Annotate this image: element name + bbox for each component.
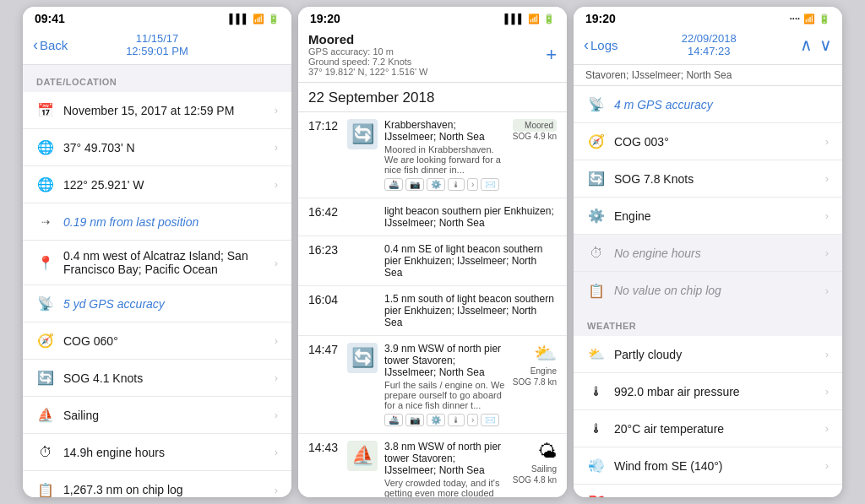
nav-bar-1: ‹ Back 11/15/17 12:59:01 PM bbox=[23, 29, 291, 65]
list-item[interactable]: ⏱ 14.9h engine hours › bbox=[23, 434, 291, 471]
log-entry[interactable]: 17:12 🔄 Krabbershaven; IJsselmeer; North… bbox=[298, 112, 567, 198]
log-tag: 🚢 bbox=[384, 178, 403, 191]
status-bar-3: 19:20 ···· 📶 🔋 bbox=[574, 7, 842, 29]
log-entry[interactable]: 16:04 1.5 nm south of light beacon south… bbox=[298, 286, 567, 336]
screen3-main-list: 📡 4 m GPS accuracy 🧭 COG 003° › 🔄 SOG 7.… bbox=[574, 86, 842, 309]
chevron-right-icon: › bbox=[275, 141, 278, 154]
chevron-right-icon: › bbox=[825, 209, 829, 222]
sog-icon-3: 🔄 bbox=[587, 171, 606, 187]
list-item[interactable]: 📡 5 yd GPS accuracy bbox=[23, 285, 291, 322]
calendar-icon: 📅 bbox=[36, 102, 55, 118]
list-item[interactable]: 🌐 37° 49.703' N › bbox=[23, 129, 291, 166]
log-date-header: 22 September 2018 bbox=[298, 83, 567, 112]
engine-icon: ⚙️ bbox=[587, 208, 606, 224]
battery-icon-3: 🔋 bbox=[819, 14, 830, 24]
log-location: 3.8 nm WSW of north pier tower Stavoren;… bbox=[384, 441, 506, 476]
chevron-right-icon: › bbox=[825, 496, 829, 497]
log-tag: › bbox=[467, 178, 478, 191]
up-arrow-button[interactable]: ∧ bbox=[800, 35, 813, 55]
list-item-no-chip-log[interactable]: 📋 No value on chip log › bbox=[574, 272, 842, 309]
row-text: COG 060° bbox=[63, 334, 269, 348]
row-text: No engine hours bbox=[614, 247, 820, 260]
phone-screen-3: 19:20 ···· 📶 🔋 ‹ Logs 22/09/2018 14:47:2… bbox=[574, 7, 842, 497]
row-text: Wind from SE (140°) bbox=[614, 459, 820, 473]
screen2-header: Moored GPS accuracy: 10 m Ground speed: … bbox=[298, 29, 567, 83]
log-description: Moored in Krabbershaven. We are looking … bbox=[384, 144, 506, 175]
log-description: Furl the sails / engine on. We prepare o… bbox=[384, 380, 506, 410]
temp-icon: 🌡 bbox=[587, 421, 606, 436]
row-text: 5 yd GPS accuracy bbox=[63, 297, 278, 311]
list-item[interactable]: ⚙️ Engine › bbox=[574, 198, 842, 235]
log-entry[interactable]: 14:47 🔄 3.9 nm WSW of north pier tower S… bbox=[298, 336, 567, 434]
list-item[interactable]: 🌡 20°C air temperature › bbox=[574, 410, 842, 447]
moored-label: Moored bbox=[308, 32, 427, 46]
list-item[interactable]: 🔄 SOG 4.1 Knots › bbox=[23, 360, 291, 397]
list-item[interactable]: 🌐 122° 25.921' W › bbox=[23, 166, 291, 203]
list-item[interactable]: 📅 November 15, 2017 at 12:59 PM › bbox=[23, 92, 291, 129]
list-item[interactable]: 💨 Wind from SE (140°) › bbox=[574, 447, 842, 485]
log-location: light beacon southern pier Enkhuizen; IJ… bbox=[384, 205, 557, 229]
list-item[interactable]: 🚩 6 Bft wind speed (24 kn) › bbox=[574, 485, 842, 497]
chevron-right-icon: › bbox=[825, 348, 829, 360]
gps-icon: 📡 bbox=[36, 295, 55, 312]
nav-center-3: 22/09/2018 14:47:23 bbox=[682, 32, 737, 57]
log-entry[interactable]: 16:23 0.4 nm SE of light beacon southern… bbox=[298, 236, 567, 286]
coordinates: 37° 19.812' N, 122° 1.516' W bbox=[308, 67, 427, 77]
list-item[interactable]: 🌡 992.0 mbar air pressure › bbox=[574, 373, 842, 410]
log-entry[interactable]: 16:42 light beacon southern pier Enkhuiz… bbox=[298, 198, 567, 236]
ground-speed: Ground speed: 7.2 Knots bbox=[308, 57, 427, 67]
back-button-1[interactable]: ‹ Back bbox=[33, 36, 68, 54]
engine-hours-icon-3: ⏱ bbox=[587, 246, 606, 261]
list-item[interactable]: ⇢ 0.19 nm from last position bbox=[23, 203, 291, 241]
list-item[interactable]: 🧭 COG 060° › bbox=[23, 322, 291, 360]
log-tag: 🌡 bbox=[448, 414, 465, 426]
add-button[interactable]: + bbox=[546, 44, 557, 66]
chevron-right-icon: › bbox=[275, 409, 278, 421]
log-entry[interactable]: 14:43 ⛵ 3.8 nm WSW of north pier tower S… bbox=[298, 434, 567, 497]
log-body: Krabbershaven; IJsselmeer; North Sea Moo… bbox=[384, 119, 506, 191]
row-text: 1,267.3 nm on chip log bbox=[63, 483, 269, 496]
log-tag: 📷 bbox=[405, 178, 424, 191]
row-text: Engine bbox=[614, 209, 820, 223]
globe-icon: 🌐 bbox=[36, 139, 55, 155]
partly-cloudy-icon: ⛅ bbox=[587, 346, 606, 362]
log-status: Moored SOG 4.9 kn bbox=[513, 119, 557, 141]
chevron-right-icon: › bbox=[825, 385, 829, 398]
down-arrow-button[interactable]: ∨ bbox=[819, 35, 832, 55]
nav-time-1: 12:59:01 PM bbox=[126, 45, 188, 57]
log-time: 16:42 bbox=[308, 205, 340, 219]
row-text: 0.4 nm west of Alcatraz Island; San Fran… bbox=[63, 249, 269, 276]
row-text: 20°C air temperature bbox=[614, 422, 820, 436]
log-status-label-2: Sailing bbox=[531, 464, 557, 474]
list-item[interactable]: 📍 0.4 nm west of Alcatraz Island; San Fr… bbox=[23, 241, 291, 285]
log-sog: SOG 7.8 kn bbox=[513, 377, 557, 387]
phone-screen-1: 09:41 ▌▌▌ 📶 🔋 ‹ Back 11/15/17 12:59:01 P… bbox=[23, 7, 291, 497]
wifi-icon-2: 📶 bbox=[528, 14, 540, 24]
list-item-no-engine-hours[interactable]: ⏱ No engine hours › bbox=[574, 235, 842, 272]
section-header-weather: WEATHER bbox=[574, 309, 842, 336]
list-item[interactable]: 📡 4 m GPS accuracy bbox=[574, 86, 842, 123]
signal-icon: ▌▌▌ bbox=[230, 14, 249, 24]
back-chevron-icon-3: ‹ bbox=[584, 36, 589, 54]
log-tag: 🌡 bbox=[448, 178, 465, 191]
list-item[interactable]: 📋 1,267.3 nm on chip log › bbox=[23, 471, 291, 497]
screen3-subtitle: Stavoren; IJsselmeer; North Sea bbox=[574, 65, 842, 86]
list-item[interactable]: 🔄 SOG 7.8 Knots › bbox=[574, 160, 842, 198]
log-tag: ✉️ bbox=[481, 414, 499, 426]
list-item[interactable]: ⛅ Partly cloudy › bbox=[574, 336, 842, 373]
chip-log-icon: 📋 bbox=[36, 482, 55, 498]
row-text: COG 003° bbox=[614, 135, 820, 149]
battery-icon: 🔋 bbox=[268, 14, 280, 24]
list-item[interactable]: 🧭 COG 003° › bbox=[574, 123, 842, 160]
back-button-3[interactable]: ‹ Logs bbox=[584, 36, 618, 54]
log-time: 16:04 bbox=[308, 293, 340, 306]
gps-accuracy: GPS accuracy: 10 m bbox=[308, 46, 427, 57]
weather-icon: ⛅ bbox=[534, 343, 557, 365]
list-item[interactable]: ⛵ Sailing › bbox=[23, 397, 291, 434]
signal-icon-3: ···· bbox=[790, 14, 800, 24]
chevron-right-icon: › bbox=[825, 135, 829, 148]
nav-arrows: ∧ ∨ bbox=[800, 35, 832, 55]
back-label-3: Logs bbox=[590, 38, 618, 52]
status-time-3: 19:20 bbox=[585, 12, 616, 25]
nav-bar-3: ‹ Logs 22/09/2018 14:47:23 ∧ ∨ bbox=[574, 29, 842, 65]
